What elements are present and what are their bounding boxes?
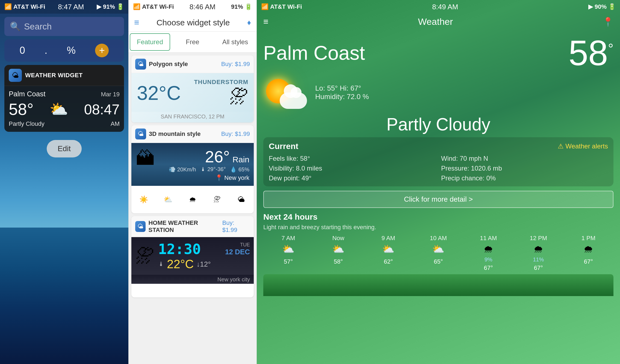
mountain-card-icon: 🌤 [135,129,146,139]
screen2-battery: 91% 🔋 [231,3,252,10]
hour-9am: 9 AM ⛅ 62° [363,235,413,271]
next24-description: Light rain and breezy starting this even… [263,224,613,231]
home-date-val: 12 DEC [225,248,250,256]
screen2-time: 8:46 AM [190,3,215,11]
mountain-temp-range: 🌡 29°-36° [200,166,226,173]
polygon-location: SAN FRANCISCO, 12 PM [131,112,254,123]
forecast-sat: SAT 🌧 27°/30° [184,189,200,211]
polygon-card-body: 32°C THUNDERSTORM ⛈ [131,73,254,112]
hour-12pm: 12 PM 🌧 11% 67° [513,235,563,271]
home-weather-station-card[interactable]: 🌤 HOME WEATHER STATION Buy: $1.99 ⛈ 12:3… [131,216,254,297]
humidity: Humidity: 72.0 % [315,93,369,101]
screen3-title: Weather [418,16,453,27]
tab-free[interactable]: Free [172,33,213,51]
current-grid: Feels like: 58° Wind: 70 mph N Visibilit… [269,155,608,182]
visibility: Visibility: 8.0 miles [269,165,436,172]
hour-1pm: 1 PM 🌧 67° [563,235,613,271]
polygon-condition: THUNDERSTORM [194,79,248,86]
widget-cards-list: 🌤 Polygon style Buy: $1.99 32°C THUNDERS… [129,53,256,364]
current-title: Current [269,142,298,151]
mountain-location: New york [159,174,249,181]
menu-icon[interactable]: ≡ [134,17,139,28]
calculator-row: 0 . % + [4,39,124,62]
screen1-time: 8:47 AM [58,3,84,11]
home-btn-home[interactable]: HOME [142,287,161,295]
polygon-card-name: Polygon style [149,61,188,68]
hour-10am: 10 AM ⛅ 65° [413,235,463,271]
widget-time: 08:47 [84,101,120,118]
home-btn-forecast[interactable]: FORECAST [212,287,243,295]
tab-featured[interactable]: Featured [130,33,170,51]
sun-cloud-icon [263,76,307,109]
widget-condition: Partly Cloudy [9,120,45,127]
big-temperature: 58° [568,33,613,73]
calc-dot: . [45,45,47,56]
home-station-price: Buy: $1.99 [222,219,250,234]
sun-section: Lo: 55° Hi: 67° Humidity: 72.0 % [263,73,613,112]
screen3-status-bar: 📶 AT&T Wi-Fi 8:49 AM ▶ 90% 🔋 [257,0,620,14]
calc-zero: 0 [20,45,25,56]
detail-button[interactable]: Click for more detail > [263,191,613,208]
widget-header: 🌤 WEATHER WIDGET [4,65,124,86]
widget-ampm: AM [111,120,120,127]
home-date-label: TUE [225,242,250,248]
calc-plus: + [95,44,109,57]
weather-widget: 🌤 WEATHER WIDGET Palm Coast Mar 19 58° ⛅… [4,65,124,132]
battery-icon-2: 🔋 [245,3,252,10]
screen3-location-icon[interactable]: 📍 [603,17,613,27]
polygon-style-card[interactable]: 🌤 Polygon style Buy: $1.99 32°C THUNDERS… [131,55,254,123]
polygon-temp: 32°C [137,82,181,104]
dew-point: Dew point: 49° [269,174,436,182]
screen2-header: ≡ Choose widget style ♦ [129,14,256,32]
screen3: 📶 AT&T Wi-Fi 8:49 AM ▶ 90% 🔋 ≡ Weather 📍… [257,0,620,364]
home-clock: 12:30 [158,241,201,257]
mountain-humidity: 💧 65% [230,166,249,173]
gem-icon[interactable]: ♦ [247,18,251,27]
mountain-icon: 🏔 [136,147,155,169]
home-station-footer: HOME DETAIL FORECAST [131,284,254,297]
precip-chance: Precip chance: 0% [441,174,608,182]
edit-button[interactable]: Edit [47,140,82,157]
forecast-fri: FRI ⛅ 27°/30° [160,189,176,211]
home-cloud-icon: ⛈ [135,245,154,267]
mountain-style-card[interactable]: 🌤 3D mountain style Buy: $1.99 🏔 26° Rai… [131,125,254,213]
polygon-card-icon: 🌤 [135,59,146,70]
next24-title: Next 24 hours [263,212,613,222]
screen2: 📶 AT&T Wi-Fi 8:46 AM 91% 🔋 ≡ Choose widg… [128,0,257,364]
location-icon-status: ▶ [588,3,593,10]
battery-icon: 🔋 [117,3,124,10]
home-station-icon: 🌤 [135,221,146,232]
grass-footer [263,274,613,296]
calc-percent: % [67,45,76,56]
screen1-carrier: 📶 AT&T Wi-Fi [4,3,45,10]
feels-like: Feels like: 58° [269,155,436,162]
widget-title: WEATHER WIDGET [25,72,83,79]
location-arrow-icon: ▶ [97,3,101,10]
search-icon: 🔍 [10,21,21,32]
tab-all-styles[interactable]: All styles [215,33,255,51]
weather-condition: Partly Cloudy [263,114,613,135]
battery-icon-3: 🔋 [608,3,616,10]
weather-icon: ⛅ [49,100,68,118]
widget-app-icon: 🌤 [9,69,22,82]
hour-now: Now ⛅ 58° [313,235,363,271]
screen3-carrier: 📶 AT&T Wi-Fi [261,3,302,10]
forecast-mon: MON 🌥 27°/30° [233,189,249,211]
polygon-weather-icon: ⛈ [194,86,248,108]
city-name: Palm Coast [263,42,365,64]
signal-icon-2: 📶 [133,3,140,10]
signal-icon: 📶 [4,3,12,10]
screen1-battery: ▶ 91% 🔋 [97,3,124,10]
home-btn-detail[interactable]: DETAIL [176,287,197,295]
weather-alerts[interactable]: ⚠ Weather alerts [558,142,608,150]
mountain-card-name: 3D mountain style [149,130,200,138]
edit-button-container: Edit [0,140,128,157]
screen3-menu-icon[interactable]: ≡ [263,17,268,27]
hour-11am: 11 AM 🌧 9% 67° [463,235,513,271]
mountain-card-body: 🏔 26° Rain 💨 20Km/h 🌡 29°-36° 💧 65% New … [131,143,254,186]
mountain-card-price: Buy: $1.99 [221,130,250,138]
forecast-thu: THU ☀️ 27°/30° [135,189,152,211]
search-label: Search [24,22,52,32]
search-bar[interactable]: 🔍 Search [4,17,124,36]
screen3-main: Palm Coast 58° Lo: 55° Hi: 67° Humidity:… [257,30,620,364]
